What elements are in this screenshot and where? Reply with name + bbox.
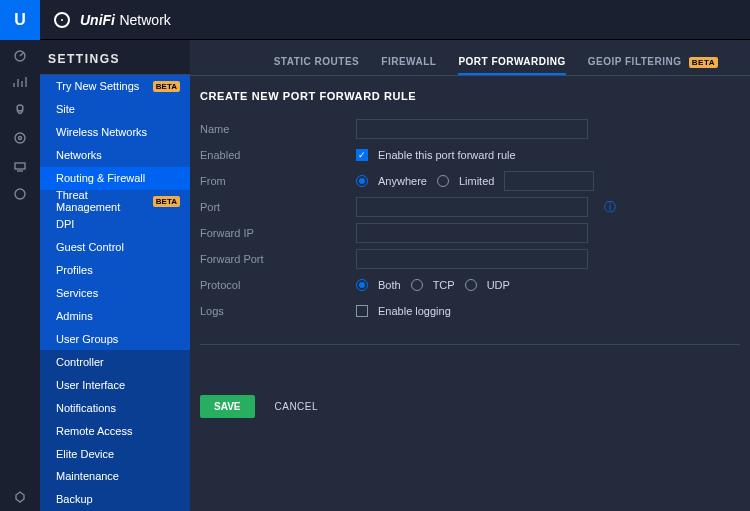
svg-point-0 [15,51,25,61]
sidebar-item-label: Site [56,103,75,115]
sidebar-item-label: Wireless Networks [56,126,147,138]
sidebar-item-label: Elite Device [56,448,114,460]
beta-badge: BETA [153,81,180,92]
sidebar-item-label: Remote Access [56,425,132,437]
protocol-udp-label: UDP [487,279,510,291]
enabled-text: Enable this port forward rule [378,149,516,161]
cancel-button[interactable]: CANCEL [275,401,319,412]
form-panel: CREATE NEW PORT FORWARD RULE Name Enable… [190,76,750,428]
sidebar-item-label: Admins [56,310,93,322]
sidebar-item-maintenance[interactable]: Maintenance [40,465,190,488]
sidebar-item-user-groups[interactable]: User Groups [40,327,190,350]
port-info-icon[interactable]: ⓘ [604,199,616,216]
label-port: Port [200,201,356,213]
top-bar: UniFi Network [40,0,750,40]
svg-point-1 [17,105,23,111]
tab-port-forwarding[interactable]: PORT FORWARDING [458,50,565,75]
enabled-checkbox[interactable]: ✓ [356,149,368,161]
sidebar-item-threat-management[interactable]: Threat ManagementBETA [40,190,190,213]
label-forward-port: Forward Port [200,253,356,265]
devices-icon[interactable] [0,124,40,152]
unifi-logo[interactable]: U [0,0,40,40]
sidebar-item-label: Controller [56,356,104,368]
sidebar-item-networks[interactable]: Networks [40,144,190,167]
from-anywhere-radio[interactable] [356,175,368,187]
label-protocol: Protocol [200,279,356,291]
from-anywhere-label: Anywhere [378,175,427,187]
content-area: STATIC ROUTESFIREWALLPORT FORWARDINGGEOI… [190,40,750,511]
protocol-tcp-radio[interactable] [411,279,423,291]
clients-icon[interactable] [0,152,40,180]
sidebar-item-routing-firewall[interactable]: Routing & Firewall [40,167,190,190]
tab-firewall[interactable]: FIREWALL [381,50,436,75]
dashboard-icon[interactable] [0,40,40,68]
sidebar-item-elite-device[interactable]: Elite Device [40,442,190,465]
sidebar-item-label: Networks [56,149,102,161]
forward-port-input[interactable] [356,249,588,269]
tab-geoip-filtering[interactable]: GEOIP FILTERING BETA [588,50,728,75]
map-icon[interactable] [0,96,40,124]
sidebar-item-label: Maintenance [56,470,119,482]
sidebar-item-label: Guest Control [56,241,124,253]
settings-sidebar: Try New SettingsBETASiteWireless Network… [40,75,190,511]
from-limited-radio[interactable] [437,175,449,187]
sidebar-item-label: Threat Management [56,189,153,213]
actions-divider [200,344,740,345]
svg-point-3 [19,137,22,140]
from-limited-input[interactable] [504,171,594,191]
sidebar-item-try-new-settings[interactable]: Try New SettingsBETA [40,75,190,98]
sidebar-item-label: User Groups [56,333,118,345]
name-input[interactable] [356,119,588,139]
label-forward-ip: Forward IP [200,227,356,239]
sidebar-item-site[interactable]: Site [40,98,190,121]
sidebar-item-notifications[interactable]: Notifications [40,396,190,419]
tab-static-routes[interactable]: STATIC ROUTES [274,50,360,75]
sidebar-item-label: Backup [56,493,93,505]
label-enabled: Enabled [200,149,356,161]
tab-bar: STATIC ROUTESFIREWALLPORT FORWARDINGGEOI… [190,50,750,75]
sidebar-item-dpi[interactable]: DPI [40,213,190,236]
port-input[interactable] [356,197,588,217]
settings-header: SETTINGS [48,52,120,66]
label-name: Name [200,123,356,135]
svg-point-5 [15,189,25,199]
label-logs: Logs [200,305,356,317]
save-button[interactable]: SAVE [200,395,255,418]
statistics-icon[interactable] [0,68,40,96]
sidebar-item-label: Notifications [56,402,116,414]
label-from: From [200,175,356,187]
sidebar-item-guest-control[interactable]: Guest Control [40,236,190,259]
sidebar-item-admins[interactable]: Admins [40,304,190,327]
forward-ip-input[interactable] [356,223,588,243]
brand-name: UniFi Network [80,11,171,29]
sidebar-item-label: Routing & Firewall [56,172,145,184]
protocol-udp-radio[interactable] [465,279,477,291]
settings-icon[interactable] [0,483,40,511]
sidebar-item-label: Services [56,287,98,299]
sidebar-item-services[interactable]: Services [40,282,190,305]
sidebar-item-backup[interactable]: Backup [40,488,190,511]
sidebar-item-user-interface[interactable]: User Interface [40,373,190,396]
sidebar-item-profiles[interactable]: Profiles [40,259,190,282]
sidebar-item-label: DPI [56,218,74,230]
sidebar-item-label: User Interface [56,379,125,391]
beta-badge: BETA [153,196,180,207]
protocol-both-label: Both [378,279,401,291]
protocol-both-radio[interactable] [356,279,368,291]
logging-checkbox[interactable] [356,305,368,317]
insights-icon[interactable] [0,180,40,208]
sidebar-item-remote-access[interactable]: Remote Access [40,419,190,442]
form-title: CREATE NEW PORT FORWARD RULE [200,90,740,102]
sidebar-item-label: Try New Settings [56,80,139,92]
protocol-tcp-label: TCP [433,279,455,291]
beta-badge: BETA [689,57,718,68]
from-limited-label: Limited [459,175,494,187]
brand-circle-icon [54,12,70,28]
sidebar-item-label: Profiles [56,264,93,276]
logging-text: Enable logging [378,305,451,317]
icon-sidebar: U [0,0,40,511]
sidebar-item-controller[interactable]: Controller [40,350,190,373]
svg-point-2 [15,133,25,143]
sidebar-item-wireless-networks[interactable]: Wireless Networks [40,121,190,144]
svg-rect-4 [15,163,25,169]
